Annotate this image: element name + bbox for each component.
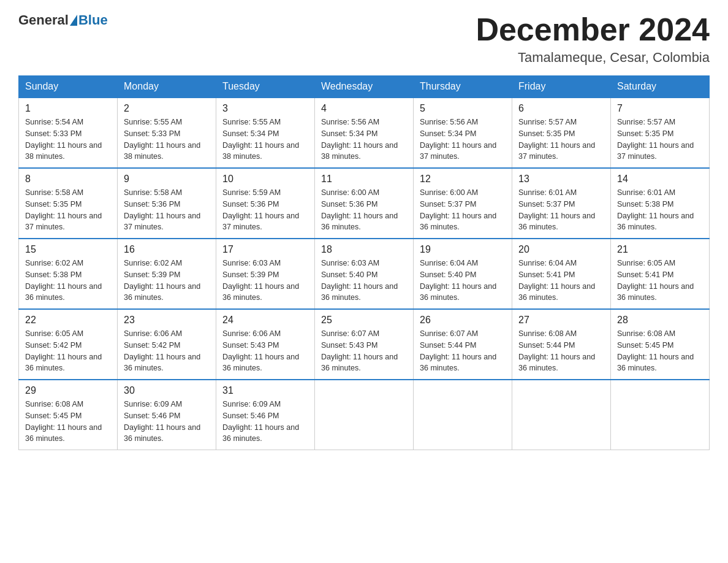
calendar-cell: 25 Sunrise: 6:07 AM Sunset: 5:43 PM Dayl… [315, 309, 414, 380]
weekday-header-tuesday: Tuesday [216, 76, 315, 98]
week-row-5: 29 Sunrise: 6:08 AM Sunset: 5:45 PM Dayl… [19, 380, 710, 450]
day-number: 29 [25, 385, 111, 396]
sunrise-label: Sunrise: 5:55 AM [222, 118, 281, 126]
sunset-label: Sunset: 5:38 PM [25, 270, 82, 279]
sunrise-label: Sunrise: 6:09 AM [222, 400, 281, 408]
sunrise-label: Sunrise: 6:05 AM [25, 329, 83, 338]
day-number: 23 [124, 315, 210, 326]
sunrise-label: Sunrise: 5:54 AM [25, 118, 83, 126]
day-number: 1 [25, 103, 111, 114]
daylight-label: Daylight: 11 hours and 36 minutes. [321, 212, 398, 232]
calendar-cell: 12 Sunrise: 6:00 AM Sunset: 5:37 PM Dayl… [414, 168, 512, 239]
daylight-label: Daylight: 11 hours and 36 minutes. [124, 282, 200, 302]
calendar-cell: 14 Sunrise: 6:01 AM Sunset: 5:38 PM Dayl… [611, 168, 710, 239]
sunrise-label: Sunrise: 6:03 AM [321, 259, 379, 267]
calendar-cell: 22 Sunrise: 6:05 AM Sunset: 5:42 PM Dayl… [19, 309, 118, 380]
day-info: Sunrise: 6:08 AM Sunset: 5:45 PM Dayligh… [617, 328, 703, 374]
sunrise-label: Sunrise: 5:56 AM [420, 118, 478, 126]
calendar-cell: 17 Sunrise: 6:03 AM Sunset: 5:39 PM Dayl… [216, 239, 315, 309]
calendar-cell: 24 Sunrise: 6:06 AM Sunset: 5:43 PM Dayl… [216, 309, 315, 380]
sunrise-label: Sunrise: 6:07 AM [321, 329, 379, 338]
day-number: 31 [222, 385, 308, 396]
sunrise-label: Sunrise: 6:06 AM [222, 329, 281, 338]
day-number: 11 [321, 174, 407, 185]
calendar-cell: 19 Sunrise: 6:04 AM Sunset: 5:40 PM Dayl… [414, 239, 512, 309]
sunset-label: Sunset: 5:44 PM [518, 341, 575, 350]
daylight-label: Daylight: 11 hours and 37 minutes. [518, 141, 595, 161]
day-info: Sunrise: 6:08 AM Sunset: 5:45 PM Dayligh… [25, 399, 111, 445]
calendar-cell: 27 Sunrise: 6:08 AM Sunset: 5:44 PM Dayl… [512, 309, 611, 380]
calendar-cell: 3 Sunrise: 5:55 AM Sunset: 5:34 PM Dayli… [216, 98, 315, 168]
day-info: Sunrise: 6:03 AM Sunset: 5:40 PM Dayligh… [321, 258, 407, 304]
daylight-label: Daylight: 11 hours and 38 minutes. [222, 141, 299, 161]
calendar-cell: 28 Sunrise: 6:08 AM Sunset: 5:45 PM Dayl… [611, 309, 710, 380]
day-number: 24 [222, 315, 308, 326]
daylight-label: Daylight: 11 hours and 36 minutes. [321, 282, 398, 302]
sunset-label: Sunset: 5:39 PM [124, 270, 180, 279]
daylight-label: Daylight: 11 hours and 36 minutes. [25, 282, 102, 302]
calendar-cell: 4 Sunrise: 5:56 AM Sunset: 5:34 PM Dayli… [315, 98, 414, 168]
week-row-1: 1 Sunrise: 5:54 AM Sunset: 5:33 PM Dayli… [19, 98, 710, 168]
daylight-label: Daylight: 11 hours and 36 minutes. [420, 212, 496, 232]
sunrise-label: Sunrise: 5:59 AM [222, 188, 281, 197]
sunrise-label: Sunrise: 6:00 AM [420, 188, 478, 197]
sunset-label: Sunset: 5:37 PM [518, 200, 575, 209]
weekday-header-thursday: Thursday [414, 76, 512, 98]
calendar-table: SundayMondayTuesdayWednesdayThursdayFrid… [18, 75, 710, 450]
sunrise-label: Sunrise: 6:08 AM [518, 329, 577, 338]
day-number: 2 [124, 103, 210, 114]
day-number: 6 [518, 103, 604, 114]
sunrise-label: Sunrise: 5:56 AM [321, 118, 379, 126]
day-number: 27 [518, 315, 604, 326]
day-info: Sunrise: 6:01 AM Sunset: 5:38 PM Dayligh… [617, 187, 703, 233]
day-info: Sunrise: 6:06 AM Sunset: 5:43 PM Dayligh… [222, 328, 308, 374]
day-info: Sunrise: 6:01 AM Sunset: 5:37 PM Dayligh… [518, 187, 604, 233]
sunrise-label: Sunrise: 5:58 AM [25, 188, 83, 197]
sunset-label: Sunset: 5:41 PM [518, 270, 575, 279]
day-number: 8 [25, 174, 111, 185]
daylight-label: Daylight: 11 hours and 36 minutes. [617, 353, 694, 373]
sunrise-label: Sunrise: 6:07 AM [420, 329, 478, 338]
day-info: Sunrise: 6:07 AM Sunset: 5:44 PM Dayligh… [420, 328, 506, 374]
logo: General Blue [18, 12, 108, 28]
page-header: General Blue December 2024 Tamalameque, … [18, 12, 710, 66]
calendar-cell: 26 Sunrise: 6:07 AM Sunset: 5:44 PM Dayl… [414, 309, 512, 380]
logo-blue-text: Blue [78, 12, 108, 28]
sunset-label: Sunset: 5:46 PM [222, 412, 279, 420]
sunrise-label: Sunrise: 5:55 AM [124, 118, 182, 126]
sunrise-label: Sunrise: 6:00 AM [321, 188, 379, 197]
daylight-label: Daylight: 11 hours and 36 minutes. [222, 282, 299, 302]
calendar-cell: 30 Sunrise: 6:09 AM Sunset: 5:46 PM Dayl… [118, 380, 216, 450]
calendar-cell [512, 380, 611, 450]
calendar-cell: 13 Sunrise: 6:01 AM Sunset: 5:37 PM Dayl… [512, 168, 611, 239]
day-number: 22 [25, 315, 111, 326]
sunrise-label: Sunrise: 5:58 AM [124, 188, 182, 197]
daylight-label: Daylight: 11 hours and 37 minutes. [124, 212, 200, 232]
day-info: Sunrise: 6:06 AM Sunset: 5:42 PM Dayligh… [124, 328, 210, 374]
daylight-label: Daylight: 11 hours and 36 minutes. [222, 353, 299, 373]
sunrise-label: Sunrise: 5:57 AM [518, 118, 577, 126]
sunset-label: Sunset: 5:41 PM [617, 270, 673, 279]
daylight-label: Daylight: 11 hours and 36 minutes. [321, 353, 398, 373]
calendar-cell: 23 Sunrise: 6:06 AM Sunset: 5:42 PM Dayl… [118, 309, 216, 380]
day-number: 16 [124, 244, 210, 255]
day-info: Sunrise: 5:54 AM Sunset: 5:33 PM Dayligh… [25, 117, 111, 163]
week-row-3: 15 Sunrise: 6:02 AM Sunset: 5:38 PM Dayl… [19, 239, 710, 309]
sunrise-label: Sunrise: 6:01 AM [617, 188, 675, 197]
sunset-label: Sunset: 5:45 PM [25, 412, 82, 420]
sunset-label: Sunset: 5:46 PM [124, 412, 180, 420]
weekday-header-monday: Monday [118, 76, 216, 98]
title-section: December 2024 Tamalameque, Cesar, Colomb… [476, 12, 710, 66]
daylight-label: Daylight: 11 hours and 38 minutes. [124, 141, 200, 161]
day-info: Sunrise: 5:57 AM Sunset: 5:35 PM Dayligh… [617, 117, 703, 163]
day-number: 30 [124, 385, 210, 396]
daylight-label: Daylight: 11 hours and 36 minutes. [420, 282, 496, 302]
daylight-label: Daylight: 11 hours and 36 minutes. [124, 353, 200, 373]
weekday-header-sunday: Sunday [19, 76, 118, 98]
calendar-cell: 31 Sunrise: 6:09 AM Sunset: 5:46 PM Dayl… [216, 380, 315, 450]
day-number: 17 [222, 244, 308, 255]
day-info: Sunrise: 5:55 AM Sunset: 5:33 PM Dayligh… [124, 117, 210, 163]
day-number: 7 [617, 103, 703, 114]
sunset-label: Sunset: 5:33 PM [124, 129, 180, 138]
sunset-label: Sunset: 5:36 PM [321, 200, 377, 209]
